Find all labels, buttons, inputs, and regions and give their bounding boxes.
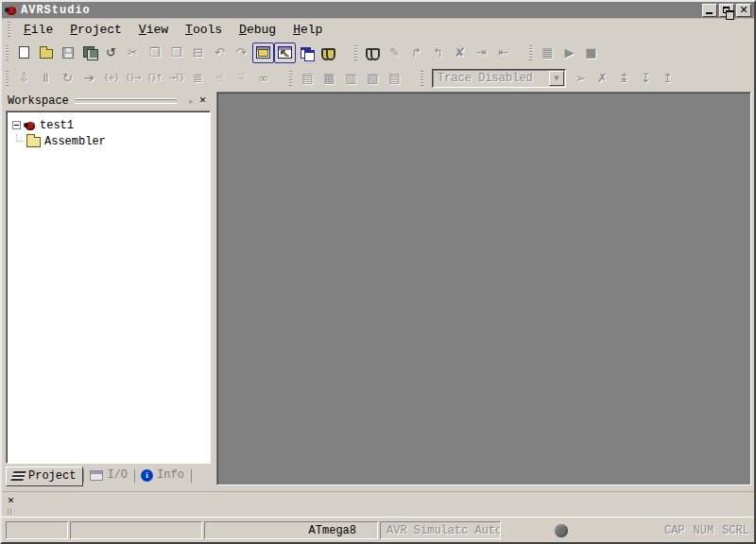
step-out-button[interactable]: {}↑: [144, 68, 165, 89]
memory-dialog-button[interactable]: ▦: [537, 42, 558, 63]
run-button[interactable]: ▶: [558, 42, 580, 63]
register-window-icon: ▥: [345, 72, 356, 84]
trace-log-button[interactable]: ⇩: [13, 68, 35, 89]
indent-button[interactable]: ⇥: [471, 42, 492, 63]
trace-combo-dropdown-icon[interactable]: ▼: [549, 71, 564, 86]
toolbar-grip[interactable]: [6, 71, 9, 86]
goto-bottom-button[interactable]: ↧: [635, 68, 657, 89]
pause-button[interactable]: Ⅱ: [35, 68, 57, 89]
workspace-close-button[interactable]: ✕: [197, 95, 209, 107]
toggle-output-button[interactable]: [274, 42, 296, 63]
trace-clear-button[interactable]: ✗: [592, 68, 613, 89]
auto-step-button[interactable]: ≣: [187, 68, 209, 89]
trace-combo[interactable]: Trace Disabled▼: [432, 69, 566, 88]
lock-key-indicators: CAPNUMSCRL: [664, 524, 749, 537]
new-file-button[interactable]: [13, 42, 35, 63]
copy-button[interactable]: ❐: [144, 42, 165, 63]
halt-button[interactable]: ☝: [209, 68, 231, 89]
step-over-button[interactable]: {}→: [122, 68, 144, 89]
find-forward-button[interactable]: ↱: [405, 42, 427, 63]
status-panel-2: ATmega8: [204, 521, 378, 539]
tab-label: Info: [157, 468, 184, 482]
register-window-button[interactable]: ▥: [340, 68, 362, 89]
trace-toggle-button[interactable]: ↨: [613, 68, 635, 89]
goto-top-button[interactable]: ↥: [657, 68, 679, 89]
undo-button[interactable]: ↶: [209, 42, 231, 63]
find-button[interactable]: [362, 42, 384, 63]
toolbar-grip[interactable]: [289, 71, 292, 86]
trace-log-icon: ⇩: [19, 72, 29, 84]
indent-icon: ⇥: [476, 46, 487, 59]
memory-dialog-icon: ▦: [541, 46, 553, 59]
toolbar-grip[interactable]: [354, 45, 357, 60]
toolbar-grip[interactable]: [421, 71, 423, 86]
paste-button[interactable]: ❒: [165, 42, 187, 63]
reset-button[interactable]: ↻: [57, 68, 78, 89]
save-file-button[interactable]: [57, 42, 78, 63]
tree-item-label: Assembler: [44, 135, 106, 148]
app-bug-icon[interactable]: [5, 5, 17, 16]
copy-icon: ❐: [149, 46, 161, 59]
minimize-button[interactable]: [702, 4, 717, 17]
output-resize-grip[interactable]: [8, 508, 14, 515]
tree-item-assembler[interactable]: Assembler: [10, 133, 208, 149]
save-all-button[interactable]: [78, 42, 100, 63]
cut-button[interactable]: ✂: [122, 42, 144, 63]
close-button[interactable]: ✕: [736, 4, 751, 17]
halt-auto-button[interactable]: ☟: [231, 68, 252, 89]
menu-file[interactable]: File: [15, 21, 61, 39]
menu-tools[interactable]: Tools: [177, 21, 231, 39]
workspace-header[interactable]: Workspace ▴ ✕: [4, 93, 213, 109]
print-button[interactable]: ⊟: [187, 42, 209, 63]
redo-button[interactable]: ↷: [231, 42, 252, 63]
find-in-files-button[interactable]: [318, 42, 339, 63]
open-file-icon: [40, 49, 53, 59]
trace-into-button[interactable]: {+}: [100, 68, 122, 89]
trace-into-icon: {+}: [104, 74, 119, 82]
workspace-pin-icon[interactable]: ▴: [184, 95, 197, 107]
trace-pointer-button[interactable]: ➢: [570, 68, 592, 89]
tab-project[interactable]: Project: [6, 467, 83, 486]
redo-icon: ↷: [236, 46, 247, 59]
message-window-button[interactable]: ▤: [384, 68, 405, 89]
find-back-button[interactable]: ↰: [427, 42, 449, 63]
new-window-button[interactable]: [296, 42, 318, 63]
workspace-drag-grip[interactable]: [75, 98, 177, 104]
find-next-button[interactable]: ✎: [384, 42, 405, 63]
revert-button[interactable]: ↺: [100, 42, 122, 63]
tab-separator: [191, 469, 192, 483]
tab-io[interactable]: I/O: [84, 467, 134, 484]
mdi-client-area: [216, 92, 751, 485]
paste-icon: ❒: [171, 46, 182, 59]
tab-label: I/O: [107, 468, 128, 482]
restore-button[interactable]: [719, 4, 734, 17]
toolbar-grip[interactable]: [529, 45, 532, 60]
message-window-icon: ▤: [388, 72, 400, 84]
toolbar-grip[interactable]: [6, 45, 9, 60]
menu-grip[interactable]: [8, 22, 10, 37]
peripheral-window-button[interactable]: ▧: [362, 68, 384, 89]
tree-item-test1[interactable]: test1: [10, 117, 208, 133]
memory-window-button[interactable]: ▦: [318, 68, 340, 89]
output-close-button[interactable]: ✕: [6, 495, 16, 505]
toggle-workspace-button[interactable]: [252, 42, 274, 63]
trace-clear-icon: ✗: [597, 72, 608, 84]
open-file-button[interactable]: [35, 42, 57, 63]
run-to-cursor-button[interactable]: →{}: [165, 68, 187, 89]
watch-window-button[interactable]: ▤: [297, 68, 318, 89]
lock-num: NUM: [694, 524, 714, 537]
find-clear-button[interactable]: ✘: [449, 42, 471, 63]
tree-expander-icon[interactable]: [12, 121, 21, 129]
menu-view[interactable]: View: [130, 21, 177, 39]
menu-project[interactable]: Project: [61, 21, 130, 39]
tree-connector-line: [16, 134, 25, 142]
cut-icon: ✂: [128, 46, 138, 59]
tab-info[interactable]: iInfo: [135, 467, 191, 484]
window-controls: ✕: [702, 4, 751, 17]
watch-glasses-button[interactable]: ∞: [252, 68, 274, 89]
menu-debug[interactable]: Debug: [231, 21, 284, 39]
stop-button[interactable]: ■: [580, 42, 602, 63]
outdent-button[interactable]: ⇤: [492, 42, 514, 63]
menu-help[interactable]: Help: [284, 21, 331, 39]
show-next-statement-button[interactable]: ➔: [78, 68, 100, 89]
